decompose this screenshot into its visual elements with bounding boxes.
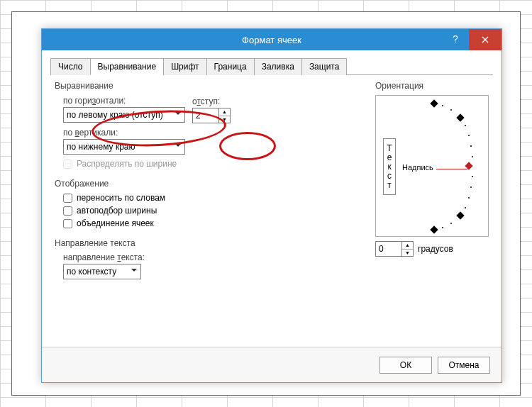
dot-icon (465, 207, 466, 208)
right-column: Ориентация Текст Надпись (375, 81, 489, 286)
textdir-legend: Направление текста (55, 238, 135, 250)
dot-icon (470, 145, 472, 147)
diamond-icon (430, 99, 438, 107)
orientation-degrees-row: ▲ ▼ градусов (375, 241, 489, 257)
cancel-button[interactable]: Отмена (438, 357, 490, 374)
tab-font[interactable]: Шрифт (163, 58, 206, 75)
dot-icon (472, 176, 473, 177)
orientation-group: Ориентация Текст Надпись (375, 81, 489, 257)
indent-spin-up[interactable]: ▲ (219, 108, 230, 116)
degrees-spin-down[interactable]: ▼ (402, 250, 413, 257)
tab-border[interactable]: Граница (206, 58, 255, 75)
dot-icon (465, 125, 466, 126)
orientation-label-text: Надпись (402, 163, 433, 172)
orientation-box[interactable]: Текст Надпись (375, 95, 489, 237)
justify-label: Распределять по ширине (77, 159, 177, 169)
close-icon (482, 36, 489, 43)
dot-icon (470, 186, 472, 188)
wrap-label: переносить по словам (77, 193, 165, 203)
textdir-label: направление текста: (63, 252, 145, 262)
indent-label: отступ: (192, 96, 220, 106)
merge-label: объединение ячеек (77, 218, 154, 228)
degrees-label: градусов (418, 244, 453, 254)
format-cells-dialog: Формат ячеек ? Число Выравнивание Шрифт … (41, 28, 502, 383)
textdir-select-wrap: по контексту (63, 264, 141, 279)
vertical-select[interactable]: по нижнему краю (63, 139, 185, 155)
horizontal-select[interactable]: по левому краю (отступ) (63, 107, 185, 123)
autofit-checkbox[interactable] (63, 206, 72, 216)
ok-button[interactable]: ОК (379, 357, 432, 374)
tab-protection[interactable]: Защита (301, 58, 348, 75)
justify-checkbox (63, 160, 72, 169)
titlebar: Формат ячеек ? (42, 29, 501, 50)
indent-spin-down[interactable]: ▼ (219, 116, 230, 123)
dialog-body: Выравнивание по горизонтали: по левому к… (42, 75, 501, 286)
autofit-row: автоподбор ширины (63, 206, 361, 216)
vertical-select-wrap: по нижнему краю (63, 139, 185, 155)
tab-fill[interactable]: Заливка (254, 58, 302, 75)
degrees-input[interactable] (376, 242, 401, 256)
horizontal-label: по горизонтали: (63, 96, 126, 106)
indent-spinner[interactable]: ▲ ▼ (192, 108, 231, 123)
horizontal-select-wrap: по левому краю (отступ) (63, 107, 185, 123)
indent-input[interactable] (193, 108, 218, 123)
alignment-legend: Выравнивание (55, 81, 113, 92)
vertical-label: по вертикали: (63, 128, 118, 138)
degrees-spin-buttons: ▲ ▼ (401, 242, 413, 256)
help-button[interactable]: ? (445, 29, 466, 50)
display-legend: Отображение (55, 179, 109, 190)
diamond-icon (430, 225, 438, 233)
orientation-vertical-text[interactable]: Текст (383, 138, 396, 195)
merge-row: объединение ячеек (63, 218, 361, 228)
close-button[interactable] (469, 29, 501, 50)
dialog-footer: ОК Отмена (42, 347, 501, 382)
dot-icon (468, 135, 470, 136)
textdir-group: Направление текста направление текста: п… (55, 238, 361, 279)
degrees-spin-up[interactable]: ▲ (402, 242, 413, 250)
orientation-legend: Ориентация (375, 81, 423, 92)
display-group: Отображение переносить по словам автопод… (55, 179, 361, 231)
autofit-label: автоподбор ширины (77, 206, 157, 216)
merge-checkbox[interactable] (63, 219, 72, 228)
diamond-icon (456, 113, 464, 121)
textdir-select[interactable]: по контексту (63, 264, 141, 279)
dot-icon (442, 105, 443, 106)
dot-icon (450, 109, 452, 111)
tab-number[interactable]: Число (50, 58, 91, 75)
dot-icon (472, 156, 473, 157)
orientation-needle (436, 169, 467, 169)
justify-checkbox-row: Распределять по ширине (63, 159, 361, 169)
left-column: Выравнивание по горизонтали: по левому к… (55, 81, 361, 286)
dot-icon (442, 227, 443, 228)
orientation-arc[interactable]: Надпись (401, 99, 481, 233)
dot-icon (468, 197, 470, 199)
tab-alignment[interactable]: Выравнивание (90, 58, 165, 75)
degrees-spinner[interactable]: ▲ ▼ (375, 241, 414, 257)
wrap-checkbox[interactable] (63, 194, 72, 203)
tabstrip: Число Выравнивание Шрифт Граница Заливка… (50, 57, 493, 75)
wrap-row: переносить по словам (63, 193, 361, 203)
dialog-title: Формат ячеек (242, 35, 301, 45)
indent-spin-buttons: ▲ ▼ (218, 108, 230, 123)
alignment-group: Выравнивание по горизонтали: по левому к… (55, 81, 361, 172)
dot-icon (450, 223, 452, 224)
diamond-icon (456, 211, 464, 219)
